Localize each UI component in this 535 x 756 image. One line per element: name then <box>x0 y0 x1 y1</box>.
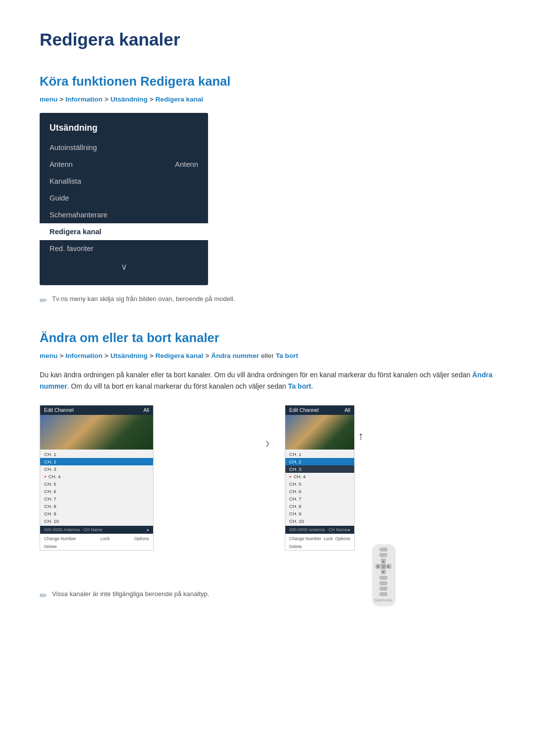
remote-btn-top <box>379 548 387 552</box>
ec-ch-item-2-dot: ● CH. 4 <box>285 473 354 480</box>
ec-action-delete: Delete <box>44 544 56 549</box>
bc-sep-3: > <box>150 96 154 103</box>
menu-item-guide: Guide <box>40 190 208 206</box>
ec-action-lock: Lock <box>101 536 110 541</box>
ec-actions-row2-1: Delete <box>40 543 153 550</box>
body-text-1: Du kan ändra ordningen på kanaler eller … <box>40 371 472 379</box>
ec-ch-item-selected: CH. 2 <box>40 458 153 465</box>
body-text: Du kan ändra ordningen på kanaler eller … <box>40 369 495 392</box>
menu-item-label-antenn: Antenn <box>50 160 73 168</box>
section-1: Köra funktionen Redigera kanal menu > In… <box>40 74 495 306</box>
ec-ch-item: CH. 8 <box>40 503 153 510</box>
remote-dpad-left: ◀ <box>375 564 380 569</box>
remote-dpad-bl <box>375 569 380 574</box>
remote-dpad-br <box>386 569 391 574</box>
scroll-up-arrow-icon: ↑ <box>358 430 364 443</box>
bc2-sep2: > <box>105 352 108 359</box>
bc-sep-2: > <box>105 96 108 103</box>
menu-title: Utsändning <box>40 121 208 139</box>
note-text-2: Vissa kanaler är inte tillgängliga beroe… <box>52 590 210 598</box>
ec-channel-list-1: CH. 1 CH. 2 CH. 3 ● CH. 4 CH. 5 CH. 6 CH… <box>40 450 153 526</box>
menu-item-schema: Schemahanterare <box>40 206 208 223</box>
ec-action-options-2: Options <box>335 536 350 541</box>
ec-header-2: Edit Channel All <box>285 405 354 415</box>
edit-channel-2: Edit Channel All CH. 1 CH. 2 CH. 3 ● CH.… <box>285 405 355 551</box>
ec-info-text-2: 000-0000 Antenna · CH Name <box>289 527 348 532</box>
ec-ch-item-2: CH. 1 <box>285 451 354 458</box>
body-text-2: . Om du vill ta bort en kanal markerar d… <box>67 382 288 390</box>
body-text-3: . <box>311 382 313 390</box>
menu-box: Utsändning Autoinställning Antenn Antenn… <box>40 113 208 285</box>
bc2-item3: Redigera kanal <box>156 352 204 359</box>
bc-item-1: Information <box>65 96 103 103</box>
remote-dpad-tr <box>386 558 391 563</box>
note-2: ✏ Vissa kanaler är inte tillgängliga ber… <box>40 590 495 601</box>
ec-ch-item-dot: ● CH. 4 <box>40 473 153 480</box>
bc2-menu: menu <box>40 352 57 359</box>
section-2: Ändra om eller ta bort kanaler menu > In… <box>40 331 495 601</box>
ec-action-delete-2: Delete <box>289 544 302 549</box>
ec-action-lock-2: Lock <box>323 536 333 541</box>
ec-ch-item: CH. 1 <box>40 451 153 458</box>
menu-item-label-schema: Schemahanterare <box>50 211 107 219</box>
ec-channel-list-2: CH. 1 CH. 2 CH. 3 ● CH. 4 CH. 5 CH. 6 CH… <box>285 450 354 526</box>
ec-ch-item: CH. 5 <box>40 480 153 488</box>
pencil-icon: ✏ <box>40 296 47 306</box>
menu-item-autoinst: Autoinställning <box>40 139 208 156</box>
ec-ch-item-2: CH. 5 <box>285 480 354 488</box>
remote-dpad-right: ▶ <box>386 564 391 569</box>
ec-header-1: Edit Channel All <box>40 405 153 415</box>
ec-ch-item: CH. 10 <box>40 517 153 525</box>
remote-btn-2 <box>379 553 387 557</box>
breadcrumb-2: menu > Information > Utsändning > Redige… <box>40 352 495 359</box>
remote-btn-5 <box>379 587 387 591</box>
main-title: Redigera kanaler <box>40 30 495 50</box>
bc2-item4: Ändra nummer <box>211 352 259 359</box>
ec-action-change-2: Change Number <box>289 536 321 541</box>
link-ta-bort: Ta bort <box>288 382 312 390</box>
ec-ch-item-2: CH. 8 <box>285 503 354 510</box>
menu-item-label-redfav: Red. favoriter <box>50 245 93 252</box>
menu-item-label: Autoinställning <box>50 144 97 151</box>
ec-ch-item-2: CH. 9 <box>285 510 354 517</box>
remote-dpad: ▲ ◀ ○ ▶ ▼ <box>375 558 391 574</box>
ec-image-2 <box>285 415 354 450</box>
ec-header-left-2: Edit Channel <box>289 407 319 413</box>
ec-ch-item: CH. 3 <box>40 465 153 473</box>
remote-dpad-center: ○ <box>381 564 386 569</box>
bc-menu-1: menu <box>40 96 57 103</box>
bc-item-2: Utsändning <box>110 96 148 103</box>
menu-item-redigera: Redigera kanal <box>40 223 208 240</box>
bc2-sep3: > <box>150 352 154 359</box>
ec-header-left-1: Edit Channel <box>44 407 74 413</box>
ec-ch-item-2: CH. 6 <box>285 488 354 495</box>
bc2-sep4: > <box>205 352 209 359</box>
remote-dpad-down: ▼ <box>381 569 386 574</box>
breadcrumb-1: menu > Information > Utsändning > Redige… <box>40 96 495 103</box>
ec-actions-2: Change Number Lock Options <box>285 534 354 543</box>
ec-dot-1: ● <box>147 527 149 532</box>
ec-info-text-1: 000-0000 Antenna · CH Name <box>44 527 103 532</box>
section1-heading: Köra funktionen Redigera kanal <box>40 74 495 89</box>
menu-item-value-antenn: Antenn <box>175 160 198 168</box>
ec-action-change: Change Number <box>44 536 76 541</box>
bc2-item1: Information <box>65 352 103 359</box>
remote-dpad-up: ▲ <box>381 558 386 563</box>
ec-action-options: Options <box>134 536 149 541</box>
menu-item-label-kanallista: Kanallista <box>50 177 81 185</box>
ec-ch-item: CH. 6 <box>40 488 153 495</box>
screenshot-2-container: Edit Channel All CH. 1 CH. 2 CH. 3 ● CH.… <box>285 405 495 551</box>
note-1: ✏ Tv:ns meny kan skilja sig från bilden … <box>40 295 495 306</box>
ec-header-right-2: All <box>344 407 350 413</box>
note-text-1: Tv:ns meny kan skilja sig från bilden ov… <box>52 295 235 302</box>
pencil-icon-2: ✏ <box>40 591 47 601</box>
ec-image-1 <box>40 415 153 450</box>
remote-btn-3 <box>379 576 387 580</box>
screenshot-1: Edit Channel All CH. 1 CH. 2 CH. 3 ● CH.… <box>40 405 250 551</box>
menu-item-kanallista: Kanallista <box>40 173 208 190</box>
samsung-label: SAMSUNG <box>374 599 392 602</box>
bc-sep-1: > <box>59 96 63 103</box>
bc2-sep1: > <box>59 352 63 359</box>
menu-item-antenn: Antenn Antenn <box>40 156 208 173</box>
ec-ch-item: CH. 9 <box>40 510 153 517</box>
